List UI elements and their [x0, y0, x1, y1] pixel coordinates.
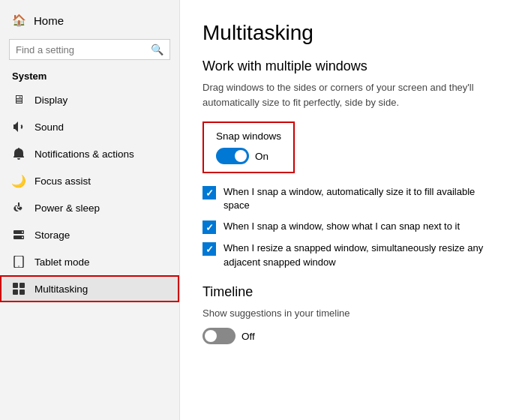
checkmark-3: ✓ — [206, 244, 214, 254]
multitasking-icon — [12, 282, 26, 296]
sidebar-section-label: System — [0, 68, 179, 86]
sidebar-item-label: Notifications & actions — [34, 148, 134, 160]
snap-toggle-text: On — [255, 151, 268, 162]
timeline-toggle-knob — [205, 330, 217, 342]
svg-point-5 — [18, 266, 19, 266]
timeline-toggle[interactable] — [202, 328, 236, 344]
sidebar-item-label: Storage — [34, 230, 70, 241]
sound-icon — [12, 120, 26, 134]
snap-toggle[interactable] — [216, 148, 249, 164]
sidebar-item-multitasking[interactable]: Multitasking — [0, 275, 179, 302]
svg-point-2 — [22, 232, 23, 233]
sidebar-item-storage[interactable]: Storage — [0, 221, 179, 248]
checkbox-2[interactable]: ✓ — [202, 220, 216, 234]
sidebar-home-button[interactable]: 🏠 Home — [0, 6, 179, 34]
main-content: Multitasking Work with multiple windows … — [180, 0, 525, 420]
checkbox-1[interactable]: ✓ — [202, 186, 216, 200]
sidebar-item-power[interactable]: Power & sleep — [0, 194, 179, 221]
checkbox-label-1: When I snap a window, automatically size… — [224, 185, 502, 212]
sidebar-item-tablet[interactable]: Tablet mode — [0, 248, 179, 275]
windows-section-desc: Drag windows to the sides or corners of … — [202, 80, 502, 110]
notifications-icon — [12, 147, 26, 160]
sidebar-item-sound[interactable]: Sound — [0, 113, 179, 140]
search-box[interactable]: 🔍 — [9, 39, 170, 60]
storage-icon — [12, 228, 26, 242]
timeline-title: Timeline — [202, 284, 502, 300]
tablet-icon — [12, 255, 26, 268]
home-icon: 🏠 — [12, 14, 26, 27]
power-icon — [12, 201, 26, 214]
svg-rect-8 — [13, 290, 18, 295]
timeline-toggle-row: Off — [202, 328, 502, 344]
home-label: Home — [34, 14, 64, 27]
svg-rect-7 — [20, 283, 25, 288]
snap-checkboxes: ✓ When I snap a window, automatically si… — [202, 185, 502, 269]
sidebar-item-focus[interactable]: 🌙 Focus assist — [0, 167, 179, 194]
sidebar-item-notifications[interactable]: Notifications & actions — [0, 140, 179, 167]
svg-rect-9 — [20, 290, 25, 295]
timeline-toggle-text: Off — [242, 331, 255, 342]
focus-icon: 🌙 — [12, 174, 26, 188]
sidebar-item-label: Focus assist — [34, 176, 91, 187]
display-icon: 🖥 — [12, 93, 26, 106]
snap-toggle-knob — [235, 150, 247, 162]
snap-windows-box: Snap windows On — [202, 122, 295, 173]
sidebar-item-label: Display — [34, 94, 68, 106]
sidebar-item-label: Power & sleep — [34, 202, 100, 214]
snap-label: Snap windows — [216, 130, 281, 142]
timeline-suggestion-label: Show suggestions in your timeline — [202, 306, 502, 321]
sidebar-item-label: Tablet mode — [34, 256, 90, 268]
sidebar: 🏠 Home 🔍 System 🖥 Display Sound Notifica… — [0, 0, 180, 420]
checkbox-label-2: When I snap a window, show what I can sn… — [224, 220, 460, 233]
checkbox-item-3[interactable]: ✓ When I resize a snapped window, simult… — [202, 242, 502, 268]
timeline-section: Timeline Show suggestions in your timeli… — [202, 284, 502, 345]
checkmark-1: ✓ — [206, 188, 214, 198]
page-title: Multitasking — [202, 21, 502, 45]
checkbox-3[interactable]: ✓ — [202, 242, 216, 256]
snap-toggle-row: On — [216, 148, 281, 164]
sidebar-item-display[interactable]: 🖥 Display — [0, 86, 179, 113]
windows-section-title: Work with multiple windows — [202, 58, 502, 74]
svg-rect-6 — [13, 283, 18, 288]
svg-point-3 — [22, 237, 23, 238]
checkmark-2: ✓ — [206, 223, 214, 232]
search-input[interactable] — [16, 44, 146, 56]
checkbox-item-2[interactable]: ✓ When I snap a window, show what I can … — [202, 220, 502, 234]
checkbox-item-1[interactable]: ✓ When I snap a window, automatically si… — [202, 185, 502, 212]
search-icon: 🔍 — [151, 44, 164, 56]
sidebar-item-label: Multitasking — [34, 284, 88, 295]
checkbox-label-3: When I resize a snapped window, simultan… — [224, 242, 502, 268]
sidebar-item-label: Sound — [34, 122, 64, 133]
